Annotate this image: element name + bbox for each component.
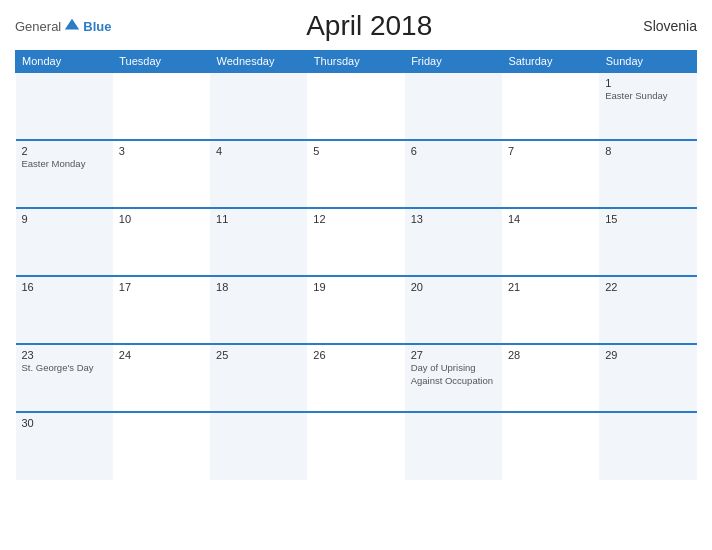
calendar-cell: 7	[502, 140, 599, 208]
weekday-header: Friday	[405, 51, 502, 73]
day-number: 12	[313, 213, 398, 225]
calendar-cell	[210, 412, 307, 480]
calendar-cell	[307, 72, 404, 140]
calendar-cell: 27Day of Uprising Against Occupation	[405, 344, 502, 412]
day-number: 2	[22, 145, 107, 157]
calendar-cell: 10	[113, 208, 210, 276]
calendar-row: 1Easter Sunday	[16, 72, 697, 140]
day-number: 21	[508, 281, 593, 293]
day-number: 23	[22, 349, 107, 361]
day-number: 14	[508, 213, 593, 225]
weekday-header: Thursday	[307, 51, 404, 73]
day-number: 29	[605, 349, 690, 361]
country-label: Slovenia	[627, 18, 697, 34]
svg-marker-0	[65, 19, 79, 30]
calendar-cell: 18	[210, 276, 307, 344]
weekday-header: Wednesday	[210, 51, 307, 73]
calendar-cell	[113, 72, 210, 140]
calendar-cell: 20	[405, 276, 502, 344]
day-number: 5	[313, 145, 398, 157]
day-number: 6	[411, 145, 496, 157]
day-number: 1	[605, 77, 690, 89]
calendar-cell	[599, 412, 696, 480]
calendar-cell: 19	[307, 276, 404, 344]
calendar-cell: 23St. George's Day	[16, 344, 113, 412]
weekday-header: Tuesday	[113, 51, 210, 73]
calendar-cell: 13	[405, 208, 502, 276]
calendar-row: 30	[16, 412, 697, 480]
calendar-cell: 22	[599, 276, 696, 344]
day-number: 7	[508, 145, 593, 157]
calendar-cell: 21	[502, 276, 599, 344]
calendar-header-row: MondayTuesdayWednesdayThursdayFridaySatu…	[16, 51, 697, 73]
day-number: 10	[119, 213, 204, 225]
calendar-cell: 6	[405, 140, 502, 208]
day-number: 28	[508, 349, 593, 361]
event-label: Easter Monday	[22, 158, 86, 169]
calendar-cell: 25	[210, 344, 307, 412]
event-label: St. George's Day	[22, 362, 94, 373]
calendar-cell	[502, 412, 599, 480]
logo-general-text: General	[15, 19, 61, 34]
header: General Blue April 2018 Slovenia	[15, 10, 697, 42]
calendar-cell	[405, 412, 502, 480]
day-number: 8	[605, 145, 690, 157]
day-number: 27	[411, 349, 496, 361]
day-number: 4	[216, 145, 301, 157]
page: General Blue April 2018 Slovenia MondayT…	[0, 0, 712, 550]
day-number: 11	[216, 213, 301, 225]
calendar-row: 9101112131415	[16, 208, 697, 276]
calendar-cell: 2Easter Monday	[16, 140, 113, 208]
calendar-cell: 30	[16, 412, 113, 480]
calendar-cell: 29	[599, 344, 696, 412]
day-number: 16	[22, 281, 107, 293]
calendar-cell	[502, 72, 599, 140]
calendar-cell	[405, 72, 502, 140]
day-number: 24	[119, 349, 204, 361]
calendar-cell: 26	[307, 344, 404, 412]
weekday-header: Saturday	[502, 51, 599, 73]
calendar-cell: 9	[16, 208, 113, 276]
calendar-row: 2Easter Monday345678	[16, 140, 697, 208]
day-number: 18	[216, 281, 301, 293]
calendar-cell: 16	[16, 276, 113, 344]
calendar-cell: 28	[502, 344, 599, 412]
page-title: April 2018	[111, 10, 627, 42]
calendar-cell	[210, 72, 307, 140]
calendar-cell: 14	[502, 208, 599, 276]
calendar-cell: 15	[599, 208, 696, 276]
calendar-cell: 3	[113, 140, 210, 208]
calendar-cell: 5	[307, 140, 404, 208]
event-label: Easter Sunday	[605, 90, 667, 101]
day-number: 30	[22, 417, 107, 429]
logo-blue-text: Blue	[83, 19, 111, 34]
logo-icon	[63, 17, 81, 35]
day-number: 3	[119, 145, 204, 157]
calendar: MondayTuesdayWednesdayThursdayFridaySatu…	[15, 50, 697, 480]
day-number: 15	[605, 213, 690, 225]
calendar-cell: 11	[210, 208, 307, 276]
calendar-cell: 8	[599, 140, 696, 208]
day-number: 17	[119, 281, 204, 293]
calendar-row: 16171819202122	[16, 276, 697, 344]
calendar-cell	[16, 72, 113, 140]
calendar-cell	[113, 412, 210, 480]
weekday-header: Sunday	[599, 51, 696, 73]
logo: General Blue	[15, 17, 111, 35]
day-number: 22	[605, 281, 690, 293]
calendar-cell: 17	[113, 276, 210, 344]
calendar-cell: 1Easter Sunday	[599, 72, 696, 140]
calendar-row: 23St. George's Day24252627Day of Uprisin…	[16, 344, 697, 412]
day-number: 19	[313, 281, 398, 293]
event-label: Day of Uprising Against Occupation	[411, 362, 493, 386]
calendar-cell: 12	[307, 208, 404, 276]
day-number: 9	[22, 213, 107, 225]
day-number: 26	[313, 349, 398, 361]
weekday-header: Monday	[16, 51, 113, 73]
calendar-cell: 24	[113, 344, 210, 412]
calendar-cell: 4	[210, 140, 307, 208]
calendar-cell	[307, 412, 404, 480]
day-number: 20	[411, 281, 496, 293]
day-number: 13	[411, 213, 496, 225]
day-number: 25	[216, 349, 301, 361]
